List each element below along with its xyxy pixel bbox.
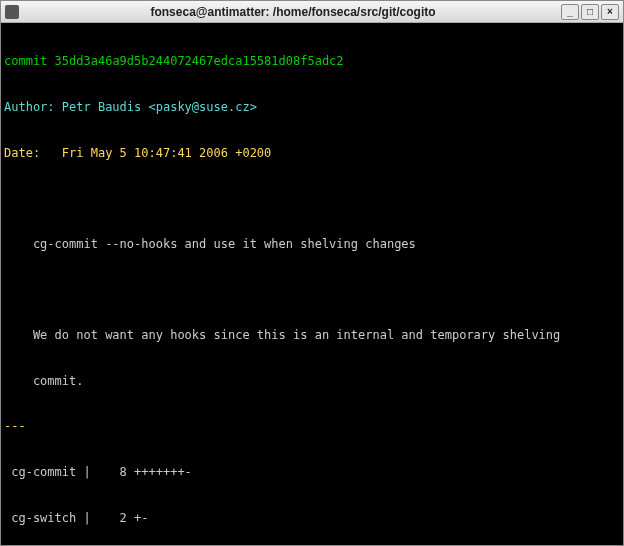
commit-msg-1: cg-commit --no-hooks and use it when she… bbox=[4, 237, 620, 252]
commit-msg-3: commit. bbox=[4, 374, 620, 389]
maximize-button[interactable]: □ bbox=[581, 4, 599, 20]
close-button[interactable]: × bbox=[601, 4, 619, 20]
author-line: Author: Petr Baudis <pasky@suse.cz> bbox=[4, 100, 620, 115]
window-title: fonseca@antimatter: /home/fonseca/src/gi… bbox=[25, 5, 561, 19]
stat-file-2: cg-switch | 2 +- bbox=[4, 511, 620, 526]
blank bbox=[4, 282, 620, 297]
stat-file-1: cg-commit | 8 +++++++- bbox=[4, 465, 620, 480]
window-controls: _ □ × bbox=[561, 4, 619, 20]
commit-hash: 35dd3a46a9d5b244072467edca15581d08f5adc2 bbox=[55, 54, 344, 68]
titlebar[interactable]: fonseca@antimatter: /home/fonseca/src/gi… bbox=[1, 1, 623, 23]
terminal-window: fonseca@antimatter: /home/fonseca/src/gi… bbox=[0, 0, 624, 546]
minimize-button[interactable]: _ bbox=[561, 4, 579, 20]
commit-line: commit 35dd3a46a9d5b244072467edca15581d0… bbox=[4, 54, 620, 69]
date-line: Date: Fri May 5 10:47:41 2006 +0200 bbox=[4, 146, 620, 161]
commit-msg-2: We do not want any hooks since this is a… bbox=[4, 328, 620, 343]
stat-dashes: --- bbox=[4, 419, 620, 434]
terminal-viewport[interactable]: commit 35dd3a46a9d5b244072467edca15581d0… bbox=[1, 23, 623, 545]
terminal-icon bbox=[5, 5, 19, 19]
blank bbox=[4, 191, 620, 206]
